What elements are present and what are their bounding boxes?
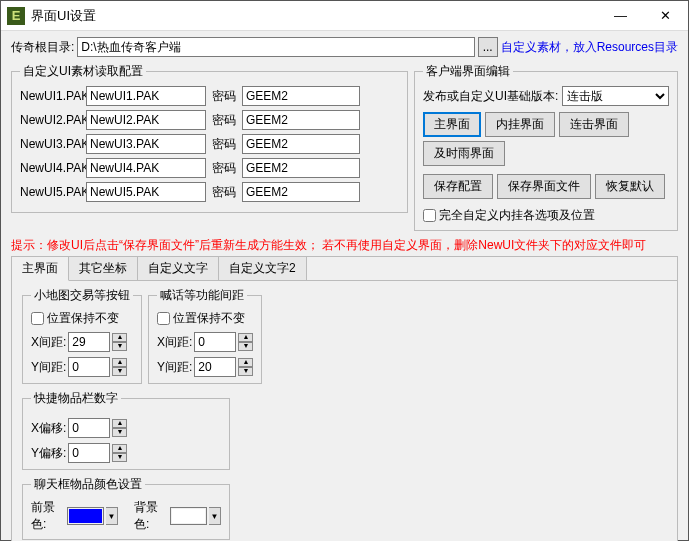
pak-pwd-input-2[interactable] (242, 134, 360, 154)
g3-y-label: Y偏移: (31, 445, 66, 462)
base-version-label: 发布或自定义UI基础版本: (423, 88, 558, 105)
g1-x-down[interactable]: ▼ (112, 342, 127, 351)
cfg-button-0[interactable]: 保存配置 (423, 174, 493, 199)
cfg-button-1[interactable]: 保存界面文件 (497, 174, 591, 199)
pak-config-group: 自定义UI素材读取配置 NewUI1.PAK密码NewUI2.PAK密码NewU… (11, 63, 408, 213)
app-icon: E (7, 7, 25, 25)
minimize-button[interactable]: — (598, 1, 643, 31)
g1-x-up[interactable]: ▲ (112, 333, 127, 342)
client-ui-edit-legend: 客户端界面编辑 (423, 63, 513, 80)
g2-keeppos-label: 位置保持不变 (173, 310, 245, 327)
ui-button-0[interactable]: 主界面 (423, 112, 481, 137)
pak-pwd-input-0[interactable] (242, 86, 360, 106)
g1-y-up[interactable]: ▲ (112, 358, 127, 367)
bg-color-drop[interactable]: ▼ (209, 507, 221, 525)
chatcolor-legend: 聊天框物品颜色设置 (31, 476, 145, 493)
window-title: 界面UI设置 (31, 7, 598, 25)
full-custom-label: 完全自定义内挂各选项及位置 (439, 207, 595, 224)
g2-x-down[interactable]: ▼ (238, 342, 253, 351)
pak-pwd-label-0: 密码 (210, 88, 238, 105)
g1-x-input[interactable] (68, 332, 110, 352)
custom-hint-link[interactable]: 自定义素材，放入Resources目录 (501, 39, 678, 56)
pak-pwd-input-1[interactable] (242, 110, 360, 130)
tabstrip: 主界面其它坐标自定义文字自定义文字2 (12, 257, 677, 281)
titlebar: E 界面UI设置 — ✕ (1, 1, 688, 31)
pak-name-input-3[interactable] (86, 158, 206, 178)
shout-group: 喊话等功能间距 位置保持不变 X间距:▲▼ Y间距:▲▼ (148, 287, 262, 384)
pak-pwd-input-3[interactable] (242, 158, 360, 178)
pak-label-4: NewUI5.PAK (20, 185, 82, 199)
full-custom-checkbox[interactable] (423, 209, 436, 222)
g3-x-down[interactable]: ▼ (112, 428, 127, 437)
cfg-button-2[interactable]: 恢复默认 (595, 174, 665, 199)
g1-y-label: Y间距: (31, 359, 66, 376)
ui-button-1[interactable]: 内挂界面 (485, 112, 555, 137)
g1-y-down[interactable]: ▼ (112, 367, 127, 376)
g1-keeppos-label: 位置保持不变 (47, 310, 119, 327)
g2-x-input[interactable] (194, 332, 236, 352)
fg-color-drop[interactable]: ▼ (106, 507, 118, 525)
g2-x-label: X间距: (157, 334, 192, 351)
bg-color-box[interactable] (170, 507, 207, 525)
g2-y-label: Y间距: (157, 359, 192, 376)
g2-y-down[interactable]: ▼ (238, 367, 253, 376)
pak-name-input-1[interactable] (86, 110, 206, 130)
tab-3[interactable]: 自定义文字2 (219, 257, 307, 280)
browse-button[interactable]: ... (478, 37, 498, 57)
pak-pwd-label-4: 密码 (210, 184, 238, 201)
pak-config-legend: 自定义UI素材读取配置 (20, 63, 146, 80)
g1-x-label: X间距: (31, 334, 66, 351)
root-dir-label: 传奇根目录: (11, 39, 74, 56)
pak-pwd-label-1: 密码 (210, 112, 238, 129)
g3-x-up[interactable]: ▲ (112, 419, 127, 428)
g3-y-up[interactable]: ▲ (112, 444, 127, 453)
tab-2[interactable]: 自定义文字 (138, 257, 219, 280)
pak-pwd-input-4[interactable] (242, 182, 360, 202)
pak-name-input-2[interactable] (86, 134, 206, 154)
g1-keeppos-checkbox[interactable] (31, 312, 44, 325)
close-button[interactable]: ✕ (643, 1, 688, 31)
tab-0[interactable]: 主界面 (12, 257, 69, 281)
g2-y-input[interactable] (194, 357, 236, 377)
quickbar-group: 快捷物品栏数字 X偏移:▲▼ Y偏移:▲▼ (22, 390, 230, 470)
fg-label: 前景色: (31, 499, 65, 533)
bg-label: 背景色: (134, 499, 168, 533)
root-dir-input[interactable] (77, 37, 474, 57)
g2-keeppos-checkbox[interactable] (157, 312, 170, 325)
pak-pwd-label-3: 密码 (210, 160, 238, 177)
minimap-group: 小地图交易等按钮 位置保持不变 X间距:▲▼ Y间距:▲▼ (22, 287, 142, 384)
chatcolor-group: 聊天框物品颜色设置 前景色: ▼ 背景色: ▼ (22, 476, 230, 540)
g3-x-input[interactable] (68, 418, 110, 438)
client-ui-edit-group: 客户端界面编辑 发布或自定义UI基础版本: 连击版 主界面内挂界面连击界面及时雨… (414, 63, 678, 231)
minimap-legend: 小地图交易等按钮 (31, 287, 133, 304)
g3-x-label: X偏移: (31, 420, 66, 437)
g1-y-input[interactable] (68, 357, 110, 377)
pak-label-3: NewUI4.PAK (20, 161, 82, 175)
pak-name-input-0[interactable] (86, 86, 206, 106)
pak-pwd-label-2: 密码 (210, 136, 238, 153)
quickbar-legend: 快捷物品栏数字 (31, 390, 121, 407)
tab-1[interactable]: 其它坐标 (69, 257, 138, 280)
pak-name-input-4[interactable] (86, 182, 206, 202)
g2-y-up[interactable]: ▲ (238, 358, 253, 367)
g2-x-up[interactable]: ▲ (238, 333, 253, 342)
fg-color-box[interactable] (67, 507, 104, 525)
g3-y-down[interactable]: ▼ (112, 453, 127, 462)
shout-legend: 喊话等功能间距 (157, 287, 247, 304)
hint-text: 提示：修改UI后点击“保存界面文件”后重新生成方能生效； 若不再使用自定义界面，… (11, 237, 678, 254)
g3-y-input[interactable] (68, 443, 110, 463)
ui-button-2[interactable]: 连击界面 (559, 112, 629, 137)
base-version-select[interactable]: 连击版 (562, 86, 669, 106)
pak-label-2: NewUI3.PAK (20, 137, 82, 151)
pak-label-1: NewUI2.PAK (20, 113, 82, 127)
ui-button-3[interactable]: 及时雨界面 (423, 141, 505, 166)
pak-label-0: NewUI1.PAK (20, 89, 82, 103)
